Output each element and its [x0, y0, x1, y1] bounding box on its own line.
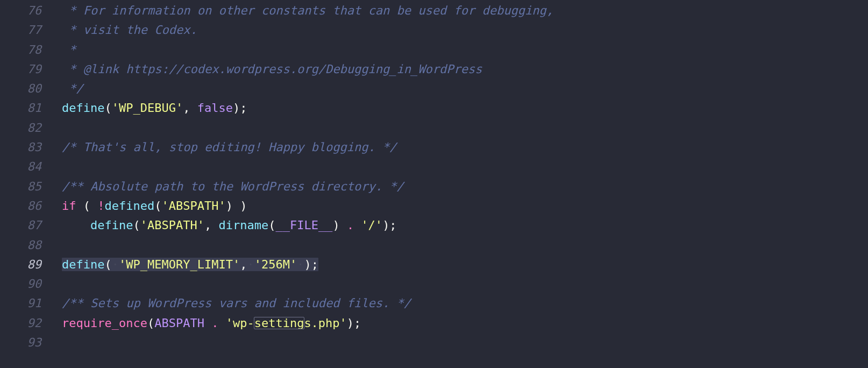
- token: .: [211, 316, 218, 330]
- line-number: 82: [0, 118, 41, 138]
- token: /** Sets up WordPress vars and included …: [62, 296, 411, 310]
- token: ): [332, 218, 347, 232]
- token: '256M': [254, 258, 297, 271]
- line-number: 85: [0, 177, 41, 196]
- token: ABSPATH: [154, 316, 204, 330]
- token: define: [90, 218, 133, 232]
- token: /* That's all, stop editing! Happy blogg…: [62, 140, 397, 154]
- token: ·: [247, 258, 254, 271]
- token: __FILE__: [275, 218, 332, 232]
- token: ·: [112, 258, 119, 271]
- token: [62, 218, 90, 232]
- code-line[interactable]: define('ABSPATH', dirname(__FILE__) . '/…: [62, 216, 868, 235]
- token: 'WP_MEMORY_LIMIT': [119, 258, 240, 271]
- code-line[interactable]: * @link https://codex.wordpress.org/Debu…: [62, 60, 868, 79]
- token: *: [62, 43, 76, 56]
- code-line[interactable]: * visit the Codex.: [62, 20, 868, 40]
- token: false: [197, 101, 233, 115]
- token: defined: [105, 199, 155, 213]
- token: 'ABSPATH': [140, 218, 204, 232]
- line-number: 81: [0, 98, 41, 118]
- code-line[interactable]: *: [62, 40, 868, 60]
- token: 'wp-: [226, 316, 254, 330]
- line-number: 89: [0, 255, 41, 274]
- token: '/': [361, 218, 382, 232]
- code-line[interactable]: /** Sets up WordPress vars and included …: [62, 294, 868, 313]
- line-number: 84: [0, 157, 41, 176]
- line-number: 86: [0, 196, 41, 216]
- token: * @link https://codex.wordpress.org/Debu…: [62, 62, 482, 76]
- token: dirname: [218, 218, 268, 232]
- code-line[interactable]: * For information on other constants tha…: [62, 1, 868, 20]
- line-number: 79: [0, 60, 41, 79]
- token: setting: [254, 316, 304, 330]
- token: ·: [297, 258, 304, 271]
- line-number: 77: [0, 20, 41, 40]
- line-number-gutter: 767778798081828384858687888990919293: [0, 0, 51, 368]
- line-number: 93: [0, 333, 41, 352]
- token: (: [268, 218, 275, 232]
- line-number: 91: [0, 294, 41, 313]
- code-line[interactable]: */: [62, 79, 868, 98]
- token: [354, 218, 361, 232]
- token: ,: [204, 218, 219, 232]
- token: );: [304, 258, 318, 271]
- selection: define(·'WP_MEMORY_LIMIT',·'256M'·);: [62, 258, 318, 271]
- code-line[interactable]: [62, 236, 868, 255]
- token: (: [154, 199, 161, 213]
- token: define: [62, 258, 104, 271]
- token: * For information on other constants tha…: [62, 4, 553, 17]
- token: ,: [240, 258, 247, 271]
- code-line[interactable]: /* That's all, stop editing! Happy blogg…: [62, 138, 868, 157]
- token: ) ): [226, 199, 247, 213]
- token: define: [62, 101, 104, 115]
- line-number: 80: [0, 79, 41, 98]
- token: 'ABSPATH': [161, 199, 225, 213]
- code-line[interactable]: [62, 274, 868, 294]
- line-number: 78: [0, 40, 41, 60]
- token: [204, 316, 211, 330]
- line-number: 87: [0, 216, 41, 235]
- code-line[interactable]: [62, 157, 868, 176]
- token: /** Absolute path to the WordPress direc…: [62, 180, 404, 193]
- token: s.php': [304, 316, 346, 330]
- token: (: [104, 258, 111, 271]
- token: */: [62, 82, 83, 95]
- code-line[interactable]: require_once(ABSPATH . 'wp-settings.php'…: [62, 314, 868, 333]
- token: ,: [183, 101, 197, 115]
- code-line[interactable]: [62, 333, 868, 352]
- token: !: [97, 199, 104, 213]
- token: (: [76, 199, 98, 213]
- token: * visit the Codex.: [62, 23, 197, 37]
- token: );: [233, 101, 247, 115]
- token: );: [382, 218, 397, 232]
- line-number: 83: [0, 138, 41, 157]
- code-line[interactable]: [62, 118, 868, 138]
- token: if: [62, 199, 76, 213]
- token: (: [147, 316, 154, 330]
- code-line[interactable]: if ( !defined('ABSPATH') ): [62, 196, 868, 216]
- code-line[interactable]: define('WP_DEBUG', false);: [62, 98, 868, 118]
- code-line[interactable]: /** Absolute path to the WordPress direc…: [62, 177, 868, 196]
- token: .: [347, 218, 354, 232]
- line-number: 90: [0, 274, 41, 294]
- token: );: [347, 316, 361, 330]
- token: require_once: [62, 316, 147, 330]
- code-line[interactable]: define(·'WP_MEMORY_LIMIT',·'256M'·);: [62, 255, 868, 274]
- line-number: 92: [0, 314, 41, 333]
- token: (: [104, 101, 111, 115]
- line-number: 88: [0, 236, 41, 255]
- code-editor[interactable]: 767778798081828384858687888990919293 * F…: [0, 0, 868, 368]
- token: 'WP_DEBUG': [112, 101, 183, 115]
- line-number: 76: [0, 1, 41, 20]
- token: [218, 316, 225, 330]
- code-area[interactable]: * For information on other constants tha…: [51, 0, 868, 368]
- token: (: [133, 218, 140, 232]
